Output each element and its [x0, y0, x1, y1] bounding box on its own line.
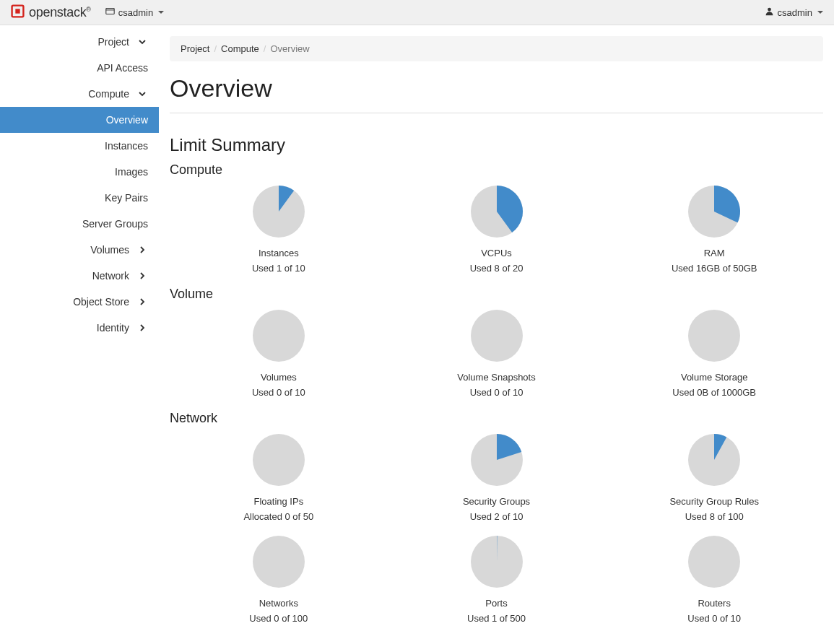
nav-group-label: Compute: [11, 88, 136, 100]
nav-link-overview[interactable]: Overview: [0, 107, 159, 133]
quota-pie-chart: [470, 535, 524, 598]
openstack-logo-icon: [11, 4, 25, 20]
nav-group-volumes[interactable]: Volumes: [0, 237, 159, 263]
quota-usage: Used 8 of 20: [470, 263, 524, 274]
quota-usage: Allocated 0 of 50: [243, 511, 313, 522]
svg-point-4: [768, 8, 771, 12]
svg-point-16: [688, 536, 740, 588]
chevron-right-icon: [136, 272, 148, 279]
chevron-right-icon: [136, 246, 148, 253]
quota-usage: Used 1 of 500: [467, 613, 526, 624]
main-content: Project/Compute/Overview Overview Limit …: [159, 25, 834, 644]
quota-label: Networks: [259, 598, 298, 609]
nav-group-label: Object Store: [11, 296, 136, 308]
breadcrumb-separator: /: [214, 43, 217, 54]
quota-usage: Used 1 of 10: [252, 263, 305, 274]
caret-down-icon: [817, 11, 823, 14]
quota-pie-chart: [252, 535, 305, 598]
breadcrumb-item[interactable]: Compute: [221, 43, 259, 54]
chevron-right-icon: [136, 324, 148, 331]
sidebar: ProjectAPI AccessComputeOverviewInstance…: [0, 25, 159, 644]
nav-section-project[interactable]: Project: [0, 29, 159, 55]
domain-selector[interactable]: csadmin: [105, 6, 164, 18]
quota-label: Ports: [485, 598, 507, 609]
nav-group-network[interactable]: Network: [0, 263, 159, 289]
quota-item-security-groups: Security GroupsUsed 2 of 10: [388, 433, 606, 522]
quota-usage: Used 0 of 10: [470, 387, 524, 398]
quota-group-title: Compute: [170, 162, 823, 178]
nav-section-label: Identity: [11, 322, 136, 334]
quota-item-floating-ips: Floating IPsAllocated 0 of 50: [170, 433, 388, 522]
nav-link-server-groups[interactable]: Server Groups: [0, 211, 159, 237]
page-title: Overview: [170, 74, 823, 103]
breadcrumb: Project/Compute/Overview: [170, 36, 823, 61]
svg-point-14: [253, 536, 305, 588]
breadcrumb-item[interactable]: Project: [181, 43, 209, 54]
nav-link-images[interactable]: Images: [0, 159, 159, 185]
quota-label: Security Group Rules: [669, 496, 759, 507]
quota-usage: Used 2 of 10: [470, 511, 524, 522]
logo[interactable]: openstack®: [11, 4, 91, 20]
chevron-down-icon: [136, 38, 148, 45]
quota-label: Floating IPs: [254, 496, 304, 507]
user-menu[interactable]: csadmin: [765, 6, 823, 18]
nav-link-key-pairs[interactable]: Key Pairs: [0, 185, 159, 211]
quota-row: NetworksUsed 0 of 100PortsUsed 1 of 500R…: [170, 535, 823, 624]
quota-label: VCPUs: [481, 248, 512, 258]
quota-usage: Used 0 of 10: [252, 387, 305, 398]
svg-point-8: [253, 310, 305, 362]
quota-label: RAM: [704, 248, 725, 258]
quota-label: Volume Storage: [681, 372, 748, 383]
topbar: openstack® csadmin csadmin: [0, 0, 834, 25]
logo-text: openstack®: [29, 5, 91, 20]
quota-pie-chart: [252, 309, 305, 372]
domain-icon: [105, 6, 115, 18]
breadcrumb-separator: /: [264, 43, 266, 54]
quota-pie-chart: [687, 185, 741, 248]
quota-item-volume-snapshots: Volume SnapshotsUsed 0 of 10: [388, 309, 606, 398]
quota-item-volumes: VolumesUsed 0 of 10: [170, 309, 388, 398]
nav-group-compute[interactable]: Compute: [0, 81, 159, 107]
quota-group-title: Volume: [170, 287, 823, 302]
limit-summary-title: Limit Summary: [170, 135, 823, 155]
svg-point-11: [253, 434, 305, 486]
nav-section-label: Project: [11, 36, 136, 48]
quota-usage: Used 16GB of 50GB: [672, 263, 757, 274]
nav-group-object-store[interactable]: Object Store: [0, 289, 159, 315]
nav-section-identity[interactable]: Identity: [0, 315, 159, 341]
quota-pie-chart: [687, 433, 741, 496]
chevron-right-icon: [136, 298, 148, 305]
quota-usage: Used 0B of 1000GB: [672, 387, 756, 398]
quota-item-instances: InstancesUsed 1 of 10: [170, 185, 388, 274]
divider: [170, 113, 823, 113]
nav-group-label: Volumes: [11, 244, 136, 256]
caret-down-icon: [158, 11, 164, 14]
quota-pie-chart: [252, 185, 305, 248]
quota-pie-chart: [687, 309, 741, 372]
svg-point-10: [688, 310, 740, 362]
quota-pie-chart: [252, 433, 305, 496]
quota-usage: Used 8 of 100: [685, 511, 744, 522]
quota-item-volume-storage: Volume StorageUsed 0B of 1000GB: [605, 309, 823, 398]
quota-row: VolumesUsed 0 of 10Volume SnapshotsUsed …: [170, 309, 823, 398]
user-icon: [765, 6, 774, 18]
quota-row: InstancesUsed 1 of 10VCPUsUsed 8 of 20RA…: [170, 185, 823, 274]
quota-pie-chart: [470, 185, 524, 248]
quota-label: Routers: [698, 598, 731, 609]
quota-item-networks: NetworksUsed 0 of 100: [170, 535, 388, 624]
quota-item-security-group-rules: Security Group RulesUsed 8 of 100: [605, 433, 823, 522]
quota-label: Instances: [259, 248, 299, 258]
quota-usage: Used 0 of 10: [687, 613, 741, 624]
quota-item-vcpus: VCPUsUsed 8 of 20: [388, 185, 606, 274]
quota-label: Volume Snapshots: [457, 372, 535, 383]
quota-item-ports: PortsUsed 1 of 500: [388, 535, 606, 624]
quota-pie-chart: [687, 535, 741, 598]
quota-label: Security Groups: [463, 496, 530, 507]
topbar-left: openstack® csadmin: [11, 4, 164, 20]
nav-group-label: Network: [11, 270, 136, 282]
chevron-down-icon: [136, 90, 148, 97]
nav-link-api-access[interactable]: API Access: [0, 55, 159, 81]
nav-link-instances[interactable]: Instances: [0, 133, 159, 159]
domain-name: csadmin: [118, 7, 153, 18]
quota-pie-chart: [470, 433, 524, 496]
